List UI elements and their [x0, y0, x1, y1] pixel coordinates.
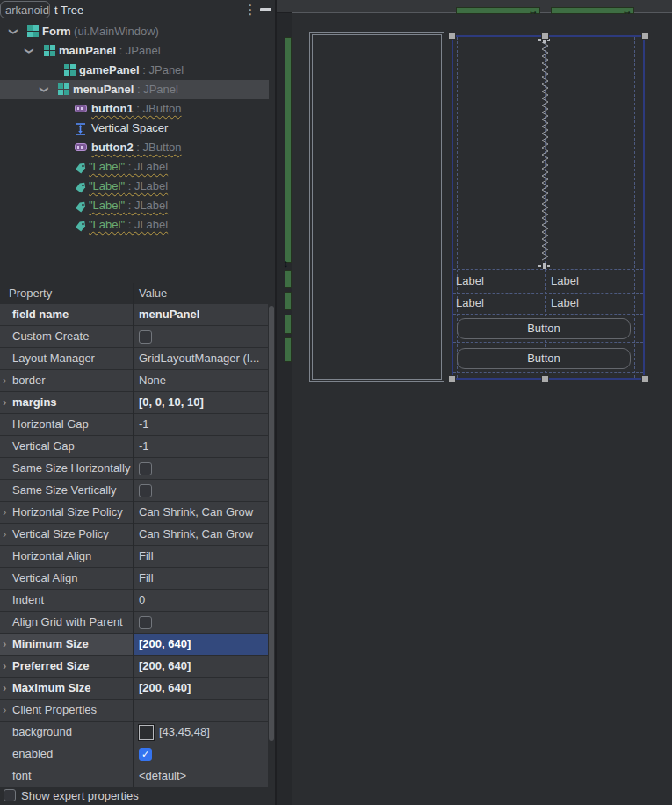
tree-item-gamepanel[interactable]: gamePanel : JPanel [0, 61, 275, 80]
tree-item-menupanel[interactable]: menuPanel : JPanel [0, 80, 269, 99]
preview-button-2[interactable]: Button [457, 348, 631, 369]
properties-table: field name menuPanel Custom Create Layou… [0, 304, 268, 787]
prop-row-same-size-horizontally[interactable]: Same Size Horizontally [0, 458, 268, 480]
jpanel-icon [64, 64, 76, 76]
prop-row-custom-create[interactable]: Custom Create [0, 326, 268, 348]
grid-guide-line [634, 37, 635, 378]
panel-title: t Tree [54, 4, 83, 17]
same-size-vertically-checkbox[interactable] [139, 484, 152, 497]
prop-row-horizontal-size-policy[interactable]: Horizontal Size Policy Can Shrink, Can G… [0, 502, 268, 524]
grid-guide-line [453, 342, 643, 343]
prop-row-align-grid-with-parent[interactable]: Align Grid with Parent [0, 612, 268, 634]
tree-item-mainpanel[interactable]: mainPanel : JPanel [0, 41, 275, 61]
grid-guide-line [453, 372, 643, 373]
prop-row-border[interactable]: border None [0, 370, 268, 392]
horizontal-resize-icon[interactable]: ↔ [528, 4, 538, 17]
prop-row-same-size-vertically[interactable]: Same Size Vertically [0, 480, 268, 502]
prop-row-background[interactable]: background [43,45,48] [0, 722, 268, 743]
menu-panel-grid: Label Label Label Label Button Button [453, 37, 643, 378]
chevron-down-icon[interactable] [9, 22, 18, 41]
jlabel-tag-icon [75, 219, 86, 230]
jpanel-icon [27, 25, 39, 37]
tree-item-label-3[interactable]: "Label" : JLabel [0, 196, 275, 215]
game-panel-preview[interactable] [309, 32, 444, 382]
arkanoid-tab[interactable]: arkanoid [0, 1, 50, 18]
grid-column-header-2[interactable]: ↔ [551, 7, 634, 14]
color-swatch[interactable] [139, 725, 154, 740]
prop-row-horizontal-align[interactable]: Horizontal Align Fill [0, 546, 268, 568]
grid-row-header-3[interactable] [285, 315, 292, 334]
properties-scrollbar[interactable] [269, 306, 274, 741]
jbutton-icon [75, 105, 87, 112]
horizontal-resize-icon[interactable]: ↔ [622, 4, 632, 17]
grid-guide-line [453, 314, 643, 315]
tree-item-form[interactable]: Form (ui.MainWindow) [0, 22, 275, 41]
prop-row-font[interactable]: font <default> [0, 765, 268, 787]
chevron-down-icon[interactable] [25, 41, 33, 61]
jlabel-tag-icon [75, 161, 86, 172]
prop-row-field-name[interactable]: field name menuPanel [0, 304, 268, 326]
selection-handle-bottom-right[interactable] [641, 375, 649, 383]
property-column-header: Property [9, 283, 52, 304]
prop-row-preferred-size[interactable]: Preferred Size [200, 640] [0, 656, 268, 678]
prop-row-minimum-size[interactable]: Minimum Size [200, 640] [0, 634, 268, 656]
prop-row-layout-manager[interactable]: Layout Manager GridLayoutManager (I... [0, 348, 268, 370]
tree-item-label-4[interactable]: "Label" : JLabel [0, 215, 275, 235]
menu-panel-preview[interactable]: Label Label Label Label Button Button [452, 35, 645, 380]
jbutton-icon [75, 143, 87, 151]
component-tree: Form (ui.MainWindow) mainPanel : JPanel … [0, 22, 275, 235]
preview-label-1[interactable]: Label [456, 269, 484, 293]
preview-label-3[interactable]: Label [456, 293, 484, 314]
same-size-horizontally-checkbox[interactable] [139, 462, 152, 475]
component-tree-panel: t Tree arkanoid Form (ui.MainWindow) mai… [0, 0, 275, 805]
selection-handle-top-right[interactable] [641, 32, 649, 40]
enabled-checkbox[interactable] [139, 748, 152, 761]
vertical-spacer-icon [75, 122, 86, 134]
tree-item-label-2[interactable]: "Label" : JLabel [0, 177, 275, 196]
prop-row-client-properties[interactable]: Client Properties [0, 700, 268, 722]
tree-item-button1[interactable]: button1 : JButton [0, 99, 275, 119]
designer-canvas: ↔ ↔ ↕ Lab [275, 0, 672, 805]
prop-row-enabled[interactable]: enabled [0, 743, 268, 765]
selection-handle-top-left[interactable] [448, 32, 456, 40]
prop-row-indent[interactable]: Indent 0 [0, 590, 268, 612]
tree-item-label-1[interactable]: "Label" : JLabel [0, 157, 275, 177]
selection-handle-bottom-left[interactable] [448, 375, 456, 383]
tree-item-vertical-spacer[interactable]: Vertical Spacer [0, 119, 275, 138]
selection-handle-bottom-middle[interactable] [541, 375, 549, 383]
custom-create-checkbox[interactable] [139, 330, 152, 344]
grid-row-header-2[interactable] [285, 292, 292, 310]
jlabel-tag-icon [75, 199, 86, 211]
prop-row-margins[interactable]: margins [0, 0, 10, 10] [0, 392, 268, 414]
prop-row-vertical-gap[interactable]: Vertical Gap -1 [0, 436, 268, 458]
jlabel-tag-icon [75, 180, 86, 192]
preview-label-4[interactable]: Label [551, 293, 579, 314]
grid-row-header-1[interactable] [285, 270, 292, 288]
properties-header: Property Value [0, 283, 268, 304]
chevron-down-icon[interactable] [40, 80, 48, 99]
prop-row-vertical-align[interactable]: Vertical Align Fill [0, 568, 268, 590]
jpanel-icon [58, 83, 69, 95]
prop-row-maximum-size[interactable]: Maximum Size [200, 640] [0, 678, 268, 700]
value-column-header: Value [139, 283, 167, 304]
preview-label-2[interactable]: Label [551, 269, 579, 293]
column-divider[interactable] [133, 283, 134, 787]
tree-item-button2[interactable]: button2 : JButton [0, 138, 275, 157]
minimize-icon[interactable] [260, 8, 271, 11]
prop-row-vertical-size-policy[interactable]: Vertical Size Policy Can Shrink, Can Gro… [0, 524, 268, 546]
preview-button-1[interactable]: Button [457, 318, 631, 339]
prop-row-horizontal-gap[interactable]: Horizontal Gap -1 [0, 414, 268, 436]
jpanel-icon [44, 45, 55, 56]
show-expert-properties-label: Show expert properties [21, 787, 139, 804]
selection-handle-top-middle[interactable] [541, 32, 549, 40]
align-grid-checkbox[interactable] [139, 616, 152, 629]
vertical-spacer-zigzag[interactable] [539, 42, 551, 264]
gui-designer-window: t Tree arkanoid Form (ui.MainWindow) mai… [0, 0, 672, 805]
grid-column-header-1[interactable]: ↔ [456, 7, 540, 14]
grid-row-header-spacer[interactable] [285, 37, 292, 263]
more-options-icon[interactable] [243, 2, 257, 18]
expert-properties-footer: Show expert properties [0, 787, 275, 805]
show-expert-properties-checkbox[interactable] [4, 789, 16, 801]
grid-row-header-4[interactable] [285, 337, 292, 362]
vertical-resize-icon[interactable]: ↕ [283, 257, 289, 270]
